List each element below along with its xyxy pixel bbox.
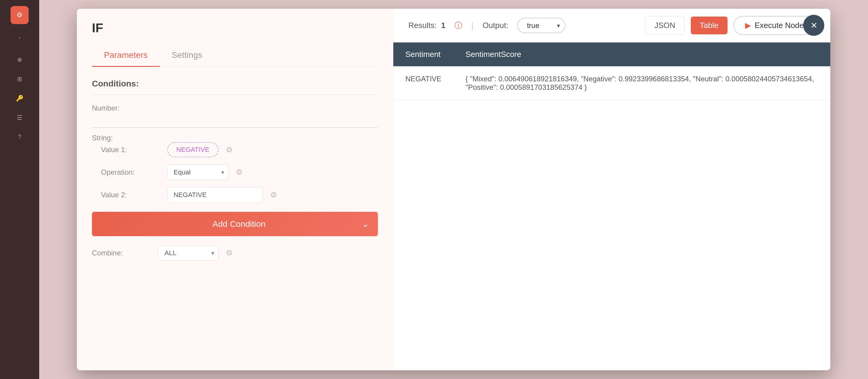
chevron-down-icon: ⌄ xyxy=(362,219,369,229)
combine-label: Combine: xyxy=(92,249,152,257)
tabs: Parameters Settings xyxy=(92,44,378,67)
close-button[interactable]: ✕ xyxy=(803,15,824,36)
right-panel: Results: 1 ⓘ | Output: true false JSON xyxy=(393,9,830,370)
sidebar-logo[interactable]: ⚙ xyxy=(10,6,29,24)
table-header-sentiment: Sentiment xyxy=(393,42,454,66)
tab-settings[interactable]: Settings xyxy=(160,44,214,67)
sidebar-item-hierarchy[interactable]: ⊞ xyxy=(14,73,25,84)
table-header-sentiment-score: SentimentScore xyxy=(454,42,830,66)
output-select-wrapper: true false xyxy=(517,18,565,33)
results-table-container: Sentiment SentimentScore NEGATIVE { "Mix… xyxy=(393,42,830,100)
add-condition-label: Add Condition xyxy=(116,219,362,229)
table-button[interactable]: Table xyxy=(691,17,727,34)
modal-title: IF xyxy=(92,21,378,35)
combine-gear-button[interactable]: ⚙ xyxy=(224,247,234,259)
separator: | xyxy=(471,21,473,30)
results-label: Results: xyxy=(408,21,437,30)
conditions-label: Conditions: xyxy=(92,79,378,89)
play-icon: ▶ xyxy=(745,21,751,30)
right-header: Results: 1 ⓘ | Output: true false JSON xyxy=(393,9,830,42)
sidebar-item-key[interactable]: 🔑 xyxy=(14,93,25,104)
json-button[interactable]: JSON xyxy=(645,16,684,35)
tab-parameters[interactable]: Parameters xyxy=(92,44,160,67)
modal-body: IF Parameters Settings Conditions: xyxy=(77,9,830,370)
modal: ✕ IF Parameters Settings xyxy=(77,9,830,370)
value1-tag[interactable]: NEGATIVE xyxy=(167,142,218,157)
number-input[interactable] xyxy=(92,114,378,128)
operation-row: Operation: Equal Not Equal Contains Grea… xyxy=(92,164,378,180)
left-content: Conditions: Number: String: Value 1: NEG xyxy=(77,67,393,370)
table-cell-sentiment: NEGATIVE xyxy=(393,66,454,100)
combine-select[interactable]: ALL ANY xyxy=(158,245,218,261)
sidebar-toggle[interactable]: › xyxy=(13,33,26,42)
left-panel: IF Parameters Settings Conditions: xyxy=(77,9,393,370)
value1-gear-button[interactable]: ⚙ xyxy=(224,144,234,156)
operation-select-wrapper: Equal Not Equal Contains Greater Than Le… xyxy=(167,164,228,180)
info-icon: ⓘ xyxy=(455,20,462,31)
sidebar: ⚙ › ⊕ ⊞ 🔑 ☰ ? xyxy=(0,0,39,379)
table-header-row: Sentiment SentimentScore xyxy=(393,42,830,66)
string-section: String: Value 1: NEGATIVE ⚙ Operation: xyxy=(92,134,378,203)
value2-gear-button[interactable]: ⚙ xyxy=(269,189,278,201)
modal-overlay: ✕ IF Parameters Settings xyxy=(39,0,868,379)
value2-row: Value 2: ⚙ xyxy=(92,187,378,203)
right-header-buttons: JSON Table ▶ Execute Node xyxy=(645,16,815,35)
operation-label: Operation: xyxy=(101,168,161,177)
number-field-group: Number: xyxy=(92,104,378,128)
table-row: NEGATIVE { "Mixed": 0.006490618921816349… xyxy=(393,66,830,100)
add-condition-button[interactable]: Add Condition ⌄ xyxy=(92,212,378,236)
sidebar-item-help[interactable]: ? xyxy=(14,131,25,142)
output-label: Output: xyxy=(483,21,508,30)
results-count: 1 xyxy=(441,21,445,30)
operation-select[interactable]: Equal Not Equal Contains Greater Than Le… xyxy=(167,164,228,180)
logo-icon: ⚙ xyxy=(17,11,23,19)
number-label: Number: xyxy=(92,104,378,113)
left-header: IF Parameters Settings xyxy=(77,9,393,67)
string-label: String: xyxy=(92,134,113,142)
divider xyxy=(92,95,378,95)
execute-btn-label: Execute Node xyxy=(755,21,804,30)
results-text: Results: 1 xyxy=(408,21,445,30)
combine-row: Combine: ALL ANY ⚙ xyxy=(92,245,378,261)
sidebar-item-list[interactable]: ☰ xyxy=(14,112,25,123)
close-icon: ✕ xyxy=(810,21,817,30)
sidebar-item-nodes[interactable]: ⊕ xyxy=(14,54,25,65)
value1-label: Value 1: xyxy=(101,146,161,154)
operation-gear-button[interactable]: ⚙ xyxy=(235,166,244,178)
value2-label: Value 2: xyxy=(101,191,161,199)
output-select[interactable]: true false xyxy=(517,18,565,33)
sidebar-icons: ⊕ ⊞ 🔑 ☰ ? xyxy=(14,54,25,142)
value2-input[interactable] xyxy=(167,187,263,203)
toggle-icon: › xyxy=(19,35,20,40)
results-table: Sentiment SentimentScore NEGATIVE { "Mix… xyxy=(393,42,830,100)
combine-select-wrapper: ALL ANY xyxy=(158,245,218,261)
value1-row: Value 1: NEGATIVE ⚙ xyxy=(92,142,378,157)
table-cell-sentiment-score: { "Mixed": 0.006490618921816349, "Negati… xyxy=(454,66,830,100)
